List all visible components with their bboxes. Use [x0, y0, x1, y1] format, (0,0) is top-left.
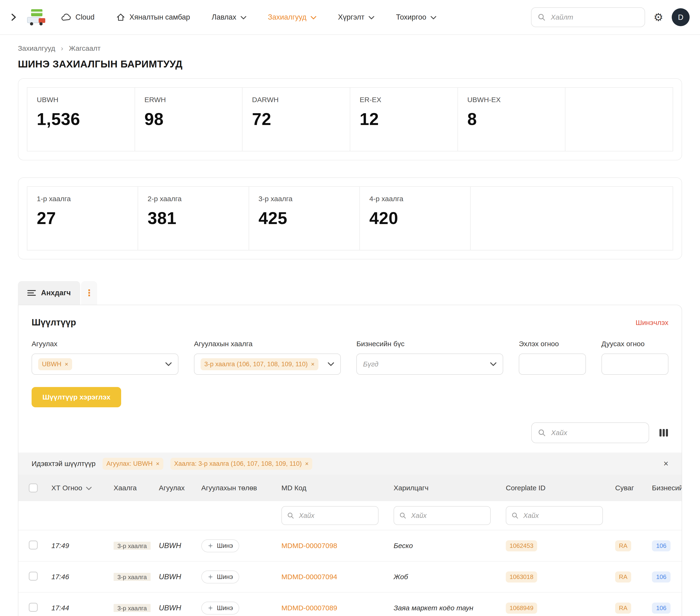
md-code-link[interactable]: MDMD-00007089	[276, 604, 388, 612]
view-tab-row: Анхдагч ⋮	[18, 281, 682, 305]
remove-tag-icon[interactable]: ×	[65, 361, 68, 367]
filter-field-warehouse: Агуулах UBWH ×	[32, 340, 178, 375]
stat-cell-empty	[565, 87, 673, 151]
stat-label: 4-р хаалга	[369, 195, 461, 203]
status-label: Шинэ	[217, 604, 233, 612]
column-header-coreplate: Coreplate ID	[500, 484, 610, 492]
search-icon	[287, 512, 294, 519]
stat-cell-gate-3: 3-р хаалга 425	[249, 186, 360, 250]
clear-filters-icon[interactable]: ×	[663, 459, 668, 468]
row-checkbox[interactable]	[29, 541, 38, 550]
breadcrumb: Захиалгууд › Жагсаалт	[18, 44, 682, 52]
tag-label: UBWH	[42, 361, 62, 368]
gate-badge: 3-р хаалга	[114, 573, 151, 581]
warehouse-select[interactable]: UBWH ×	[32, 354, 178, 375]
sort-caret-icon[interactable]	[86, 486, 92, 490]
column-header-date[interactable]: ХТ Огноо	[46, 484, 108, 492]
md-code-search-box[interactable]	[282, 506, 378, 525]
nav-item-cloud[interactable]: Cloud	[61, 13, 95, 22]
zone-badge: 106	[652, 603, 671, 614]
filter-field-start-date: Эхлэх огноо	[519, 340, 586, 375]
nav-item-label: Лавлах	[212, 13, 236, 22]
nav-menu-reference[interactable]: Лавлах	[212, 13, 246, 22]
coreplate-search-box[interactable]	[506, 506, 603, 525]
table-search-input[interactable]	[550, 428, 642, 437]
nav-menu-orders[interactable]: Захиалгууд	[268, 13, 316, 22]
channel-badge: RA	[615, 571, 631, 582]
nav-item-dashboard[interactable]: Хяналтын самбар	[116, 13, 190, 22]
remove-tag-icon[interactable]: ×	[311, 361, 315, 367]
breadcrumb-orders[interactable]: Захиалгууд	[18, 44, 55, 52]
search-icon	[538, 13, 546, 21]
stat-label: 2-р хаалга	[148, 195, 239, 203]
remove-tag-icon[interactable]: ×	[305, 460, 309, 467]
row-checkbox[interactable]	[29, 572, 38, 581]
filter-title: Шүүлтүүр	[32, 318, 76, 328]
active-filter-tag-warehouse[interactable]: Агуулах: UBWH ×	[102, 458, 163, 470]
global-search-input[interactable]	[550, 13, 638, 22]
gate-select[interactable]: 3-р хаалга (106, 107, 108, 109, 110) ×	[194, 354, 341, 375]
column-search-row	[18, 501, 682, 530]
nav-item-label: Захиалгууд	[268, 13, 307, 22]
row-warehouse: UBWH	[153, 572, 196, 581]
active-filter-tag-gate[interactable]: Хаалга: 3-р хаалга (106, 107, 108, 109, …	[171, 458, 313, 470]
stat-value: 381	[148, 209, 239, 228]
stat-cell-empty	[471, 186, 673, 250]
column-label: ХТ Огноо	[51, 484, 82, 492]
table-row[interactable]: 17:44 3-р хаалга UBWH Шинэ MDMD-00007089…	[18, 593, 682, 616]
table-row[interactable]: 17:49 3-р хаалга UBWH Шинэ MDMD-00007098…	[18, 530, 682, 562]
customer-search-box[interactable]	[393, 506, 491, 525]
orders-panel: Шүүлтүүр Шинэчлэх Агуулах UBWH × Агуулах…	[18, 305, 682, 616]
app-logo[interactable]	[26, 8, 47, 26]
stat-value: 27	[37, 209, 128, 228]
filter-field-end-date: Дуусах огноо	[601, 340, 668, 375]
page: Cloud Хяналтын самбар Лавлах Захиалгууд …	[0, 0, 700, 616]
global-search-box[interactable]	[531, 7, 645, 27]
stat-cell-gate-2: 2-р хаалга 381	[138, 186, 249, 250]
active-filters-label: Идэвхтэй шүүлтүүр	[32, 460, 96, 468]
stat-value: 98	[145, 109, 233, 129]
user-avatar[interactable]: D	[672, 8, 690, 26]
stat-label: ERWH	[145, 96, 233, 104]
expand-sidebar-icon[interactable]	[10, 13, 17, 21]
stat-value: 12	[360, 109, 448, 129]
zone-select[interactable]: Бүгд	[357, 354, 503, 375]
tab-default-view[interactable]: Анхдагч	[18, 281, 80, 305]
column-settings-icon[interactable]	[659, 429, 668, 437]
select-all-checkbox[interactable]	[29, 483, 38, 492]
table-search-box[interactable]	[531, 422, 649, 443]
status-label: Шинэ	[217, 573, 233, 581]
sparkle-icon	[208, 543, 214, 549]
field-label: Агуулахын хаалга	[194, 340, 341, 348]
tab-kebab-menu-icon[interactable]: ⋮	[81, 281, 97, 305]
truck-warehouse-logo-icon	[26, 8, 47, 26]
remove-tag-icon[interactable]: ×	[156, 460, 159, 467]
nav-menu-settings[interactable]: Тохиргоо	[396, 13, 436, 22]
breadcrumb-list[interactable]: Жагсаалт	[69, 44, 101, 52]
top-nav: Cloud Хяналтын самбар Лавлах Захиалгууд …	[0, 0, 700, 35]
coreplate-search-input[interactable]	[522, 511, 597, 520]
start-date-input[interactable]	[519, 354, 586, 375]
stat-value: 8	[467, 109, 556, 129]
refresh-link[interactable]: Шинэчлэх	[636, 319, 668, 327]
chevron-down-icon	[490, 362, 497, 366]
zone-badge: 106	[652, 571, 671, 582]
list-view-icon	[27, 289, 36, 296]
row-checkbox[interactable]	[29, 603, 38, 612]
filter-field-zone: Бизнесийн бүс Бүгд	[357, 340, 503, 375]
md-code-link[interactable]: MDMD-00007094	[276, 573, 388, 581]
gear-icon[interactable]: ⚙	[653, 12, 663, 23]
column-header-customer: Харилцагч	[388, 484, 500, 492]
end-date-input[interactable]	[601, 354, 668, 375]
apply-filter-button[interactable]: Шүүлтүүр хэрэглэх	[32, 387, 121, 407]
table-row[interactable]: 17:46 3-р хаалга UBWH Шинэ MDMD-00007094…	[18, 562, 682, 593]
md-code-link[interactable]: MDMD-00007098	[276, 542, 388, 550]
stat-label: 1-р хаалга	[37, 195, 128, 203]
row-time: 17:49	[46, 542, 108, 550]
customer-search-input[interactable]	[410, 511, 485, 520]
md-code-search-input[interactable]	[298, 511, 373, 520]
stat-label: UBWH	[37, 96, 125, 104]
search-icon	[511, 512, 518, 519]
nav-item-label: Хүргэлт	[338, 13, 364, 22]
nav-menu-delivery[interactable]: Хүргэлт	[338, 13, 374, 22]
